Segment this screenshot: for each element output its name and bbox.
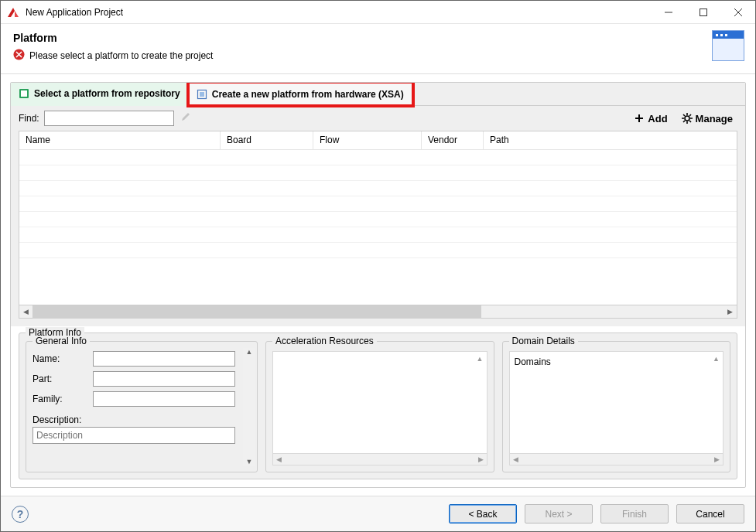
svg-point-13 <box>685 116 689 121</box>
svg-rect-1 <box>700 9 706 15</box>
family-field[interactable] <box>93 391 235 407</box>
table-body[interactable] <box>19 150 737 305</box>
maximize-button[interactable] <box>686 1 720 23</box>
add-button[interactable]: Add <box>629 111 672 126</box>
window-title: New Application Project <box>26 7 651 18</box>
description-field[interactable] <box>32 427 235 444</box>
svg-line-19 <box>689 121 691 122</box>
add-label: Add <box>648 113 667 124</box>
svg-line-21 <box>683 121 685 122</box>
find-label: Find: <box>19 113 39 124</box>
general-info-legend: General Info <box>32 336 90 346</box>
col-path[interactable]: Path <box>484 131 737 149</box>
wizard-banner-icon <box>712 30 744 61</box>
table-row[interactable] <box>19 165 737 181</box>
accel-horizontal-scrollbar[interactable]: ◀▶ <box>272 454 487 466</box>
scroll-right-icon[interactable]: ▶ <box>475 455 487 463</box>
domain-horizontal-scrollbar[interactable]: ◀▶ <box>509 454 724 466</box>
table-row[interactable] <box>19 196 737 212</box>
svg-line-18 <box>683 114 685 116</box>
acceleration-resources-panel[interactable]: ▲ <box>272 351 487 454</box>
platform-info-group: Platform Info General Info Name: Part: <box>19 332 737 479</box>
wizard-footer: ? < Back Next > Finish Cancel <box>1 496 755 531</box>
minimize-button[interactable] <box>651 1 686 23</box>
description-label: Description: <box>32 414 235 425</box>
header-message: Please select a platform to create the p… <box>29 50 213 61</box>
acceleration-resources-group: Acceleration Resources ▲ ◀▶ <box>265 341 494 472</box>
table-row[interactable] <box>19 243 737 258</box>
tab-create-from-xsa[interactable]: Create a new platform from hardware (XSA… <box>189 83 412 105</box>
svg-rect-8 <box>21 90 27 97</box>
family-label: Family: <box>32 394 87 404</box>
table-row[interactable] <box>19 181 737 196</box>
app-icon <box>7 6 19 19</box>
scroll-down-icon[interactable]: ▼ <box>246 458 253 466</box>
scroll-left-icon[interactable]: ◀ <box>19 305 32 319</box>
platforms-table[interactable]: Name Board Flow Vendor Path <box>19 131 737 305</box>
table-horizontal-scrollbar[interactable]: ◀ ▶ <box>19 305 737 319</box>
col-board[interactable]: Board <box>221 131 313 149</box>
domain-details-panel[interactable]: Domains ▲ <box>509 351 724 454</box>
part-field[interactable] <box>93 371 235 387</box>
page-title: Platform <box>13 32 743 44</box>
next-button[interactable]: Next > <box>525 504 593 523</box>
tab-xsa-label: Create a new platform from hardware (XSA… <box>212 89 404 100</box>
tab-repo-label: Select a platform from repository <box>34 88 180 99</box>
domains-label: Domains <box>515 356 551 367</box>
table-row[interactable] <box>19 150 737 165</box>
general-info-vertical-scrollbar[interactable]: ▲ ▼ <box>243 348 255 466</box>
manage-label: Manage <box>696 113 733 124</box>
repository-icon <box>19 88 29 99</box>
part-label: Part: <box>32 373 87 384</box>
find-input[interactable] <box>44 111 174 126</box>
hardware-icon <box>197 89 207 100</box>
svg-rect-10 <box>200 92 204 97</box>
svg-line-3 <box>734 9 742 16</box>
scroll-up-icon[interactable]: ▲ <box>477 355 484 363</box>
cancel-button[interactable]: Cancel <box>676 504 744 523</box>
domain-details-group: Domain Details Domains ▲ ◀▶ <box>502 341 731 472</box>
title-bar: New Application Project <box>1 1 755 24</box>
wizard-header: Platform Please select a platform to cre… <box>1 24 755 74</box>
manage-button[interactable]: Manage <box>677 111 737 126</box>
finish-button[interactable]: Finish <box>600 504 669 523</box>
col-vendor[interactable]: Vendor <box>422 131 484 149</box>
table-header: Name Board Flow Vendor Path <box>19 131 737 150</box>
general-info-group: General Info Name: Part: Famil <box>26 341 258 472</box>
name-field[interactable] <box>93 351 235 367</box>
help-button[interactable]: ? <box>12 506 29 523</box>
scroll-up-icon[interactable]: ▲ <box>246 348 253 356</box>
table-row[interactable] <box>19 227 737 243</box>
scroll-up-icon[interactable]: ▲ <box>713 355 720 363</box>
col-flow[interactable]: Flow <box>313 131 422 149</box>
domain-details-legend: Domain Details <box>509 336 578 346</box>
scroll-right-icon[interactable]: ▶ <box>724 305 737 319</box>
table-row[interactable] <box>19 212 737 227</box>
name-label: Name: <box>32 353 87 364</box>
platform-source-tabs: Select a platform from repository Create… <box>11 83 745 106</box>
acceleration-resources-legend: Acceleration Resources <box>272 336 377 346</box>
scroll-left-icon[interactable]: ◀ <box>273 455 285 463</box>
svg-line-2 <box>734 9 742 16</box>
tab-select-from-repository[interactable]: Select a platform from repository <box>11 83 189 106</box>
edit-filter-icon[interactable] <box>180 111 191 125</box>
back-button[interactable]: < Back <box>449 504 517 523</box>
scroll-right-icon[interactable]: ▶ <box>711 455 723 463</box>
col-name[interactable]: Name <box>19 131 221 149</box>
svg-line-20 <box>689 114 691 116</box>
error-icon <box>13 49 25 63</box>
close-button[interactable] <box>720 1 755 23</box>
scroll-left-icon[interactable]: ◀ <box>510 455 522 463</box>
